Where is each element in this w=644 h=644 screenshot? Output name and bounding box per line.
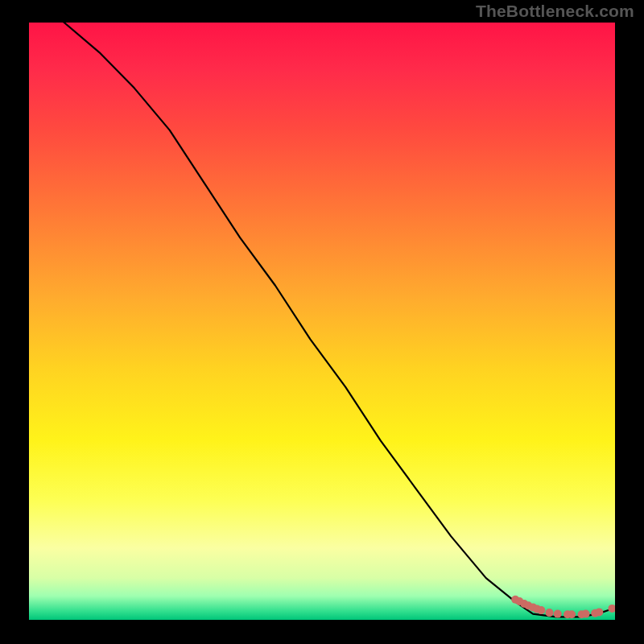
scatter-dots bbox=[511, 596, 615, 619]
bottleneck-curve bbox=[29, 23, 615, 617]
scatter-dot bbox=[608, 605, 615, 613]
brand-watermark: TheBottleneck.com bbox=[476, 2, 634, 21]
scatter-dot bbox=[568, 610, 576, 618]
scatter-dot bbox=[554, 610, 562, 618]
scatter-dot bbox=[595, 608, 603, 616]
chart-overlay bbox=[29, 23, 615, 620]
scatter-dot bbox=[582, 610, 590, 618]
plot-area bbox=[29, 23, 615, 620]
scatter-dot bbox=[546, 609, 554, 617]
chart-frame: TheBottleneck.com bbox=[0, 0, 644, 644]
scatter-dot bbox=[537, 606, 545, 614]
